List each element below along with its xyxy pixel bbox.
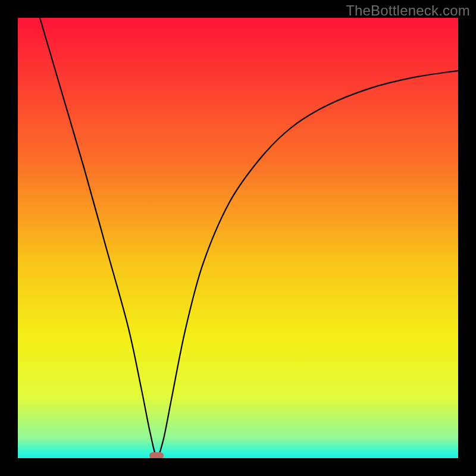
bottleneck-curve	[18, 18, 458, 458]
min-marker	[149, 452, 164, 458]
plot-area	[18, 18, 458, 458]
chart-container: TheBottleneck.com	[0, 0, 476, 476]
watermark-text: TheBottleneck.com	[346, 2, 470, 19]
